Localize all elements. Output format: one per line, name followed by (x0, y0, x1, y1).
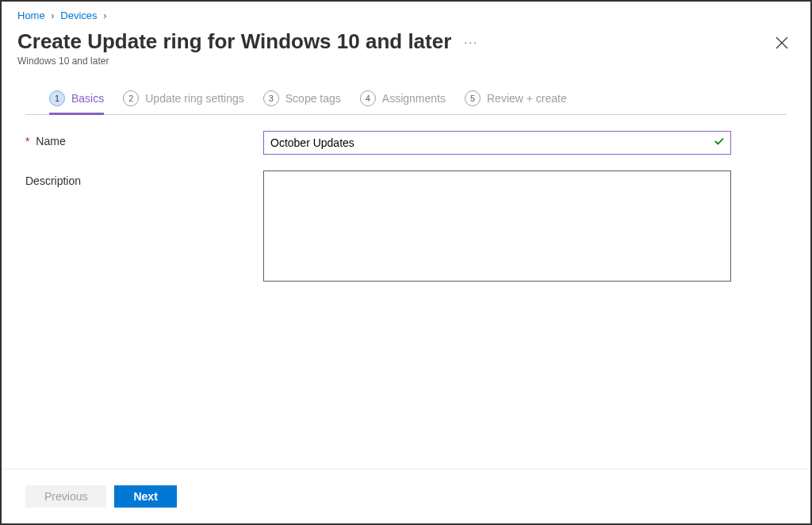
wizard-footer: Previous Next (2, 469, 810, 523)
name-label-text: Name (36, 135, 65, 148)
tab-label: Assignments (382, 92, 446, 105)
tab-assignments[interactable]: 4 Assignments (360, 90, 446, 114)
form-row-name: * Name (25, 131, 763, 155)
close-button[interactable] (769, 33, 795, 55)
description-textarea[interactable] (263, 171, 731, 282)
tab-scope-tags[interactable]: 3 Scope tags (263, 90, 341, 114)
form-area: * Name Description (2, 115, 810, 469)
page-header: Create Update ring for Windows 10 and la… (2, 25, 810, 71)
tab-basics[interactable]: 1 Basics (49, 90, 104, 115)
tab-label: Basics (71, 92, 104, 105)
tab-review-create[interactable]: 5 Review + create (465, 90, 567, 114)
breadcrumb: Home › Devices › (2, 2, 810, 25)
breadcrumb-devices[interactable]: Devices (60, 10, 97, 21)
page-title: Create Update ring for Windows 10 and la… (17, 29, 451, 54)
wizard-tabs: 1 Basics 2 Update ring settings 3 Scope … (25, 71, 787, 115)
more-actions-icon[interactable]: ··· (464, 36, 478, 48)
description-label: Description (25, 171, 263, 187)
description-label-text: Description (25, 174, 81, 187)
tab-number-icon: 3 (263, 90, 279, 106)
tab-number-icon: 4 (360, 90, 376, 106)
form-row-description: Description (25, 171, 763, 282)
required-indicator-icon: * (25, 135, 29, 148)
tab-number-icon: 1 (49, 90, 65, 106)
page-subtitle: Windows 10 and later (17, 56, 478, 67)
chevron-right-icon: › (103, 10, 106, 21)
close-icon (776, 36, 788, 49)
tab-number-icon: 2 (123, 90, 139, 106)
tab-label: Update ring settings (145, 92, 244, 105)
chevron-right-icon: › (51, 10, 54, 21)
create-update-ring-window: Home › Devices › Create Update ring for … (0, 0, 812, 525)
name-label: * Name (25, 131, 263, 148)
tab-label: Scope tags (285, 92, 341, 105)
tab-update-ring-settings[interactable]: 2 Update ring settings (123, 90, 244, 114)
next-button[interactable]: Next (114, 485, 176, 508)
tab-number-icon: 5 (465, 90, 481, 106)
previous-button[interactable]: Previous (25, 485, 106, 508)
breadcrumb-home[interactable]: Home (17, 10, 45, 21)
name-input[interactable] (263, 131, 731, 155)
tab-label: Review + create (487, 92, 567, 105)
